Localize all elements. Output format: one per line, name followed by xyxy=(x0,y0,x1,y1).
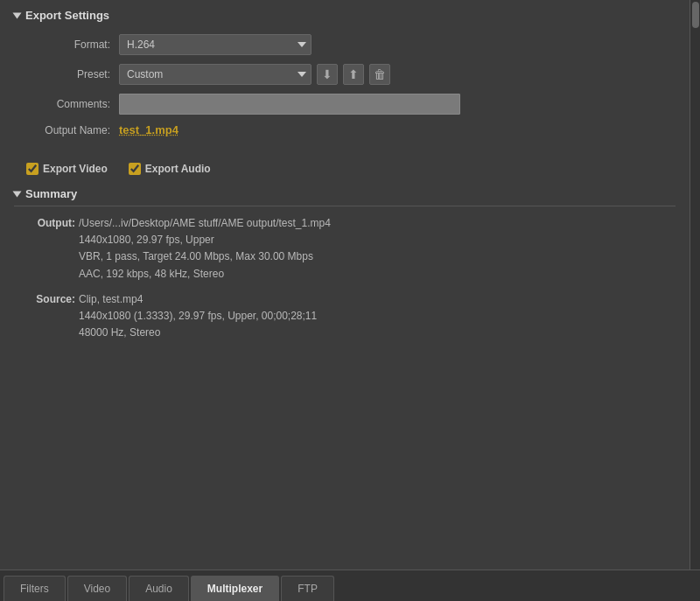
source-line1: Clip, test.mp4 xyxy=(79,291,317,308)
export-video-checkbox[interactable] xyxy=(26,163,38,175)
checkboxes-row: Export Video Export Audio xyxy=(26,163,676,175)
comments-input[interactable] xyxy=(119,94,460,115)
format-dropdown-container: H.264 xyxy=(119,34,312,55)
export-audio-checkbox[interactable] xyxy=(129,163,141,175)
source-summary-row: Source: Clip, test.mp4 1440x1080 (1.3333… xyxy=(26,291,676,342)
collapse-triangle-icon[interactable] xyxy=(13,12,22,18)
tabs-bar: Filters Video Audio Multiplexer FTP xyxy=(0,570,700,601)
source-summary-label: Source: xyxy=(26,291,75,342)
output-summary-label: Output: xyxy=(26,215,75,283)
summary-title: Summary xyxy=(25,187,77,200)
delete-preset-icon: 🗑 xyxy=(374,67,386,81)
format-label: Format: xyxy=(14,38,119,51)
form-area: Format: H.264 Preset: Custom xyxy=(14,34,676,154)
summary-content: Output: /Users/...iv/Desktop/AME stuff/A… xyxy=(14,215,676,341)
export-audio-checkbox-label[interactable]: Export Audio xyxy=(129,163,211,175)
preset-dropdown-container: Custom xyxy=(119,64,312,85)
save-preset-button[interactable]: ⬇ xyxy=(317,64,338,85)
tab-ftp[interactable]: FTP xyxy=(281,576,334,601)
save-preset-icon: ⬇ xyxy=(322,67,332,81)
source-line2: 1440x1080 (1.3333), 29.97 fps, Upper, 00… xyxy=(79,308,317,325)
tab-video[interactable]: Video xyxy=(67,576,127,601)
export-audio-label: Export Audio xyxy=(145,163,211,175)
output-summary-value: /Users/...iv/Desktop/AME stuff/AME outpu… xyxy=(79,215,331,283)
main-container: Export Settings Format: H.264 Preset xyxy=(0,0,700,601)
output-line3: VBR, 1 pass, Target 24.00 Mbps, Max 30.0… xyxy=(79,248,331,265)
source-line3: 48000 Hz, Stereo xyxy=(79,325,317,341)
tab-multiplexer[interactable]: Multiplexer xyxy=(191,576,279,601)
scrollbar-thumb[interactable] xyxy=(692,2,699,28)
preset-controls: Custom ⬇ ⬆ 🗑 xyxy=(119,64,390,85)
comments-row: Comments: xyxy=(14,94,676,115)
format-dropdown[interactable]: H.264 xyxy=(119,34,312,55)
summary-section: Summary Output: /Users/...iv/Desktop/AME… xyxy=(14,187,676,341)
output-line4: AAC, 192 kbps, 48 kHz, Stereo xyxy=(79,266,331,283)
output-summary-row: Output: /Users/...iv/Desktop/AME stuff/A… xyxy=(26,215,676,283)
delete-preset-button[interactable]: 🗑 xyxy=(369,64,390,85)
export-video-checkbox-label[interactable]: Export Video xyxy=(26,163,108,175)
export-settings-panel: Export Settings Format: H.264 Preset xyxy=(0,0,690,570)
preset-row: Preset: Custom ⬇ ⬆ xyxy=(14,64,676,85)
export-settings-header: Export Settings xyxy=(14,9,676,22)
panel-title: Export Settings xyxy=(25,9,109,22)
output-name-label: Output Name: xyxy=(14,124,119,136)
summary-header: Summary xyxy=(14,187,676,206)
output-line2: 1440x1080, 29.97 fps, Upper xyxy=(79,232,331,248)
output-name-row: Output Name: test_1.mp4 xyxy=(14,123,676,136)
tab-filters[interactable]: Filters xyxy=(4,576,66,601)
source-summary-value: Clip, test.mp4 1440x1080 (1.3333), 29.97… xyxy=(79,291,317,342)
export-video-label: Export Video xyxy=(43,163,108,175)
output-line1: /Users/...iv/Desktop/AME stuff/AME outpu… xyxy=(79,215,331,232)
preset-label: Preset: xyxy=(14,68,119,80)
import-preset-icon: ⬆ xyxy=(348,67,359,81)
import-preset-button[interactable]: ⬆ xyxy=(343,64,364,85)
format-row: Format: H.264 xyxy=(14,34,676,55)
summary-collapse-icon[interactable] xyxy=(13,191,22,197)
comments-label: Comments: xyxy=(14,98,119,110)
scrollbar[interactable] xyxy=(690,0,700,570)
output-name-link[interactable]: test_1.mp4 xyxy=(119,123,178,136)
preset-dropdown[interactable]: Custom xyxy=(119,64,312,85)
tab-audio[interactable]: Audio xyxy=(129,576,189,601)
